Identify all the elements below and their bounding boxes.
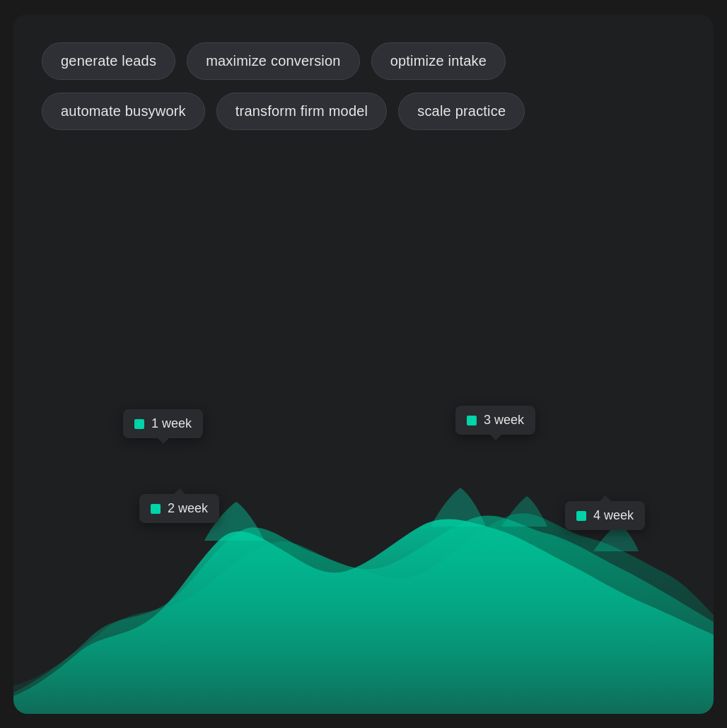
chart-area [13, 417, 714, 714]
tooltip-1week: 1 week [123, 409, 203, 438]
tooltip-4week: 4 week [565, 501, 645, 530]
tag-optimize-intake[interactable]: optimize intake [371, 42, 506, 80]
tooltip-2week-dot [151, 504, 161, 514]
tooltip-4week-label: 4 week [593, 508, 634, 523]
tag-generate-leads[interactable]: generate leads [42, 42, 175, 80]
tag-scale-practice[interactable]: scale practice [398, 93, 525, 130]
tooltip-2week-label: 2 week [168, 501, 208, 516]
tags-row-1: generate leads maximize conversion optim… [42, 42, 525, 80]
tooltip-2week: 2 week [139, 494, 219, 523]
tooltip-1week-dot [134, 419, 144, 429]
tags-area: generate leads maximize conversion optim… [42, 42, 525, 130]
tags-row-2: automate busywork transform firm model s… [42, 93, 525, 130]
main-card: generate leads maximize conversion optim… [13, 14, 714, 714]
tooltip-3week: 3 week [455, 406, 535, 435]
tag-transform-firm-model[interactable]: transform firm model [216, 93, 387, 130]
tooltip-3week-label: 3 week [484, 413, 524, 428]
tooltip-4week-dot [576, 511, 586, 521]
tag-maximize-conversion[interactable]: maximize conversion [187, 42, 360, 80]
tooltip-1week-label: 1 week [151, 416, 192, 431]
tag-automate-busywork[interactable]: automate busywork [42, 93, 205, 130]
tooltip-3week-dot [467, 416, 477, 425]
